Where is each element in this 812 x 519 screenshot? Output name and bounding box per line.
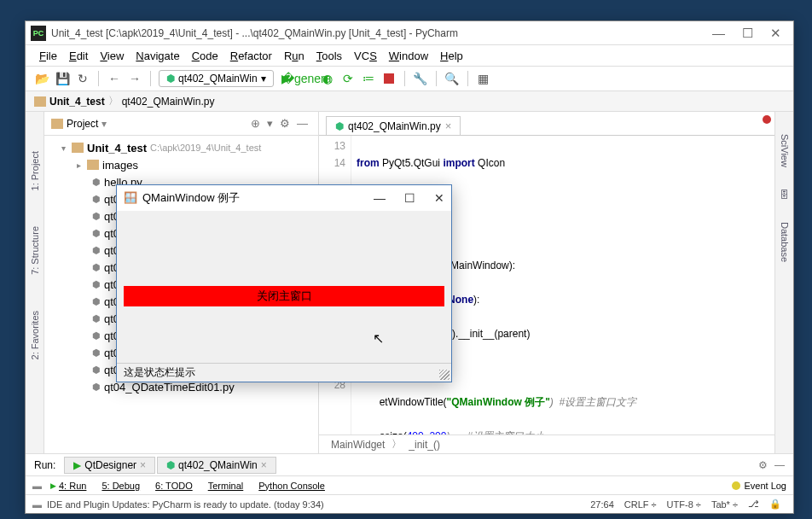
close-button[interactable]: ✕ <box>770 26 781 41</box>
separator <box>404 71 405 86</box>
qt-icon: 🪟 <box>124 191 137 205</box>
chevron-icon: 〉 <box>108 94 119 108</box>
run-tab[interactable]: ▶QtDesigner× <box>64 457 155 474</box>
right-gutter: SciView 🗄 Database <box>774 112 793 453</box>
minimize-button[interactable]: — <box>374 191 386 205</box>
line-sep[interactable]: CRLF ÷ <box>624 499 657 510</box>
refresh-icon[interactable]: ↻ <box>75 71 90 86</box>
cursor-pos[interactable]: 27:64 <box>590 499 614 510</box>
gear-icon[interactable]: ⚙ <box>758 459 768 471</box>
close-button[interactable]: ✕ <box>434 191 444 205</box>
menu-navigate[interactable]: Navigate <box>130 48 184 64</box>
maximize-button[interactable]: ☐ <box>404 191 415 205</box>
window-controls: — ☐ ✕ <box>712 26 788 41</box>
menu-view[interactable]: View <box>95 48 129 64</box>
save-icon[interactable]: 💾 <box>55 71 70 86</box>
tab-todo[interactable]: 6: TODO <box>148 479 200 493</box>
search-icon[interactable]: 🔍 <box>444 71 460 86</box>
close-tab-icon[interactable]: × <box>445 120 452 132</box>
runtime-statusbar: 这是状态栏提示 <box>117 363 451 382</box>
collapse-icon[interactable]: — <box>297 117 308 130</box>
menu-run[interactable]: Run <box>279 48 310 64</box>
settings-icon[interactable]: 🔧 <box>413 71 428 86</box>
coverage-icon[interactable]: ◐ <box>320 71 335 86</box>
debug-icon[interactable]: �genera <box>299 71 315 86</box>
runtime-title: QMainWindow 例子 <box>142 190 240 206</box>
runtime-status-text: 这是状态栏提示 <box>124 365 195 380</box>
resize-handle[interactable] <box>439 370 450 380</box>
tab-project[interactable]: 1: Project <box>28 146 42 195</box>
back-icon[interactable]: ← <box>107 71 122 86</box>
run-tab[interactable]: ⬢qt402_QMainWin× <box>157 457 276 474</box>
tab-database[interactable]: Database <box>778 217 792 267</box>
pycharm-icon: PC <box>31 26 46 41</box>
separator <box>467 71 468 86</box>
event-log[interactable]: Event Log <box>732 481 786 491</box>
crumb-method[interactable]: _init_() <box>409 439 440 451</box>
menu-vcs[interactable]: VCS <box>349 48 382 64</box>
chevron-down-icon[interactable]: ▾ <box>102 118 107 130</box>
separator <box>98 71 99 86</box>
tree-folder[interactable]: ▸images <box>44 156 318 173</box>
breadcrumb-file[interactable]: qt402_QMainWin.py <box>122 96 215 108</box>
stop-icon[interactable] <box>381 71 397 86</box>
minimize-button[interactable]: — <box>712 26 725 41</box>
tab-favorites[interactable]: 2: Favorites <box>28 306 42 364</box>
window-title: Unit_4_test [C:\apk\2019_4\Unit_4_test] … <box>51 27 458 39</box>
project-header: Project ▾ ⊕ ▾ ⚙ — <box>44 112 318 136</box>
tab-structure[interactable]: 7: Structure <box>28 221 42 280</box>
editor-tab-label: qt402_QMainWin.py <box>348 120 441 132</box>
runtime-titlebar[interactable]: 🪟 QMainWindow 例子 — ☐ ✕ <box>117 185 451 211</box>
run-toolwindow: Run: ▶QtDesigner× ⬢qt402_QMainWin× ⚙ — <box>26 453 793 475</box>
toolwindow-icon[interactable]: ▬ <box>32 499 42 510</box>
menu-file[interactable]: File <box>34 48 62 64</box>
project-title: Project <box>67 118 98 130</box>
menu-help[interactable]: Help <box>435 48 468 64</box>
close-icon[interactable]: × <box>140 459 146 471</box>
maximize-button[interactable]: ☐ <box>742 26 753 41</box>
breadcrumb-project[interactable]: Unit_4_test <box>49 96 105 108</box>
separator <box>150 71 151 86</box>
python-icon: ⬢ <box>335 120 344 132</box>
structure-icon[interactable]: ▦ <box>476 71 491 86</box>
runtime-body: 关闭主窗口 ↖ <box>117 211 451 363</box>
run-config-select[interactable]: ⬢ qt402_QMainWin ▾ <box>159 70 274 87</box>
notification-dot <box>732 481 740 490</box>
tab-terminal[interactable]: Terminal <box>201 479 251 493</box>
gear-icon[interactable]: ⚙ <box>280 117 290 130</box>
toolbar: 📂 💾 ↻ ← → ⬢ qt402_QMainWin ▾ ▶ �genera ◐… <box>26 66 793 91</box>
menu-window[interactable]: Window <box>384 48 433 64</box>
collapse-icon[interactable]: — <box>774 459 785 471</box>
chevron-icon[interactable]: ▾ <box>267 117 273 130</box>
editor-tab[interactable]: ⬢ qt402_QMainWin.py × <box>326 116 461 135</box>
tree-root[interactable]: ▾Unit_4_testC:\apk\2019_4\Unit_4_test <box>44 139 318 156</box>
tab-run[interactable]: ▶4: Run <box>44 479 93 493</box>
menubar: File Edit View Navigate Code Refactor Ru… <box>26 45 793 66</box>
indent[interactable]: Tab* ÷ <box>711 499 738 510</box>
menu-refactor[interactable]: Refactor <box>225 48 277 64</box>
runtime-window: 🪟 QMainWindow 例子 — ☐ ✕ 关闭主窗口 ↖ 这是状态栏提示 <box>116 184 452 382</box>
open-icon[interactable]: 📂 <box>34 71 49 86</box>
crumb-class[interactable]: MainWidget <box>331 439 385 451</box>
close-main-button[interactable]: 关闭主窗口 <box>124 286 444 306</box>
profile-icon[interactable]: ⟳ <box>340 71 356 86</box>
tab-sciview[interactable]: SciView <box>778 129 792 172</box>
menu-edit[interactable]: Edit <box>64 48 93 64</box>
folder-icon <box>51 119 63 129</box>
tab-pyconsole[interactable]: Python Console <box>252 479 332 493</box>
toolwindow-icon[interactable]: ▬ <box>32 481 42 491</box>
concurrency-icon[interactable]: ≔ <box>361 71 376 86</box>
close-icon[interactable]: × <box>261 459 267 471</box>
database-icon: 🗄 <box>780 190 789 200</box>
menu-code[interactable]: Code <box>187 48 223 64</box>
tab-debug[interactable]: 5: Debug <box>95 479 147 493</box>
git-icon[interactable]: ⎇ <box>748 499 759 510</box>
menu-tools[interactable]: Tools <box>311 48 347 64</box>
target-icon[interactable]: ⊕ <box>251 117 260 130</box>
forward-icon[interactable]: → <box>127 71 142 86</box>
run-config-label: qt402_QMainWin <box>178 73 258 85</box>
encoding[interactable]: UTF-8 ÷ <box>667 499 701 510</box>
status-bar: ▬ IDE and Plugin Updates: PyCharm is rea… <box>26 494 793 513</box>
lock-icon[interactable]: 🔒 <box>769 499 781 510</box>
python-icon: ⬢ <box>166 73 175 85</box>
